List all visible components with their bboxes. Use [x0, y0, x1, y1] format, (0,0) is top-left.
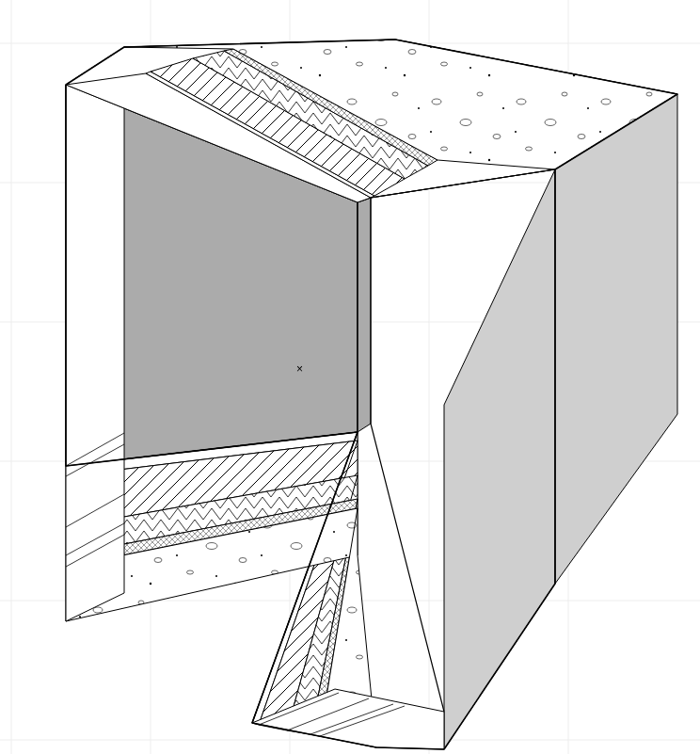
viewport-svg[interactable]: × [0, 0, 700, 754]
inner-face-lower [358, 198, 371, 432]
outer-face-shade [444, 169, 555, 749]
wall-corner-model[interactable] [66, 40, 677, 749]
3d-viewport[interactable]: × [0, 0, 700, 754]
outer-face-right [555, 94, 677, 584]
origin-marker: × [296, 362, 303, 376]
end-cap-left [66, 47, 124, 621]
